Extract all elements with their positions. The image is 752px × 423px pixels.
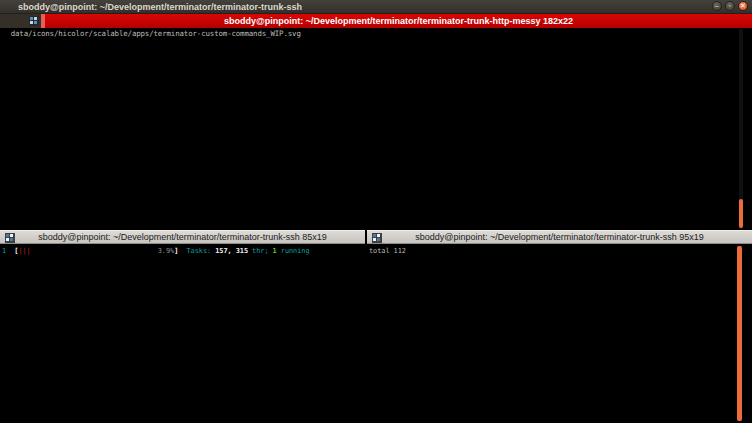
pane-titlebar-top[interactable]: sboddy@pinpoint: ~/Development/terminato… xyxy=(0,14,752,28)
terminal-bottom-right[interactable]: total 112drwxr-xr-x 5 sboddy sboddy 4096… xyxy=(367,244,752,423)
maximize-button[interactable]: ▫ xyxy=(725,1,735,11)
group-icon[interactable] xyxy=(29,16,39,26)
scrollbar-thumb[interactable] xyxy=(739,199,743,228)
pane-titlebar-bottom-left[interactable]: sboddy@pinpoint: ~/Development/terminato… xyxy=(0,230,365,244)
terminal-line: total 112 xyxy=(369,247,752,423)
scrollbar-bottom-right[interactable] xyxy=(737,246,742,421)
group-icon[interactable] xyxy=(372,233,382,243)
pane-title-bottom-left: sboddy@pinpoint: ~/Development/terminato… xyxy=(38,232,327,242)
pane-titlebar-bottom-right[interactable]: sboddy@pinpoint: ~/Development/terminato… xyxy=(367,230,752,244)
window-title: sboddy@pinpoint: ~/Development/terminato… xyxy=(0,2,302,12)
scrollbar-thumb[interactable] xyxy=(737,246,742,421)
terminator-window: sboddy@pinpoint: ~/Development/terminato… xyxy=(0,0,752,423)
pane-title-top: sboddy@pinpoint: ~/Development/terminato… xyxy=(45,16,752,26)
scrollbar-top[interactable] xyxy=(739,29,743,229)
window-titlebar[interactable]: sboddy@pinpoint: ~/Development/terminato… xyxy=(0,0,752,14)
terminal-top[interactable]: data/icons/hicolor/scalable/apps/termina… xyxy=(0,28,752,230)
terminal-bottom-left-htop[interactable]: 1 [||| 3.9%] Tasks: 157, 315 thr; 1 runn… xyxy=(0,244,365,423)
minimize-button[interactable]: – xyxy=(712,1,722,11)
window-controls: – ▫ ✕ xyxy=(712,1,748,11)
pane-title-bottom-right: sboddy@pinpoint: ~/Development/terminato… xyxy=(415,232,704,242)
focus-indicator xyxy=(41,14,45,28)
group-icon[interactable] xyxy=(5,233,15,243)
close-button[interactable]: ✕ xyxy=(738,1,748,11)
terminal-line: data/icons/hicolor/scalable/apps/termina… xyxy=(2,29,752,230)
terminal-line: 1 [||| 3.9%] Tasks: 157, 315 thr; 1 runn… xyxy=(2,247,365,423)
